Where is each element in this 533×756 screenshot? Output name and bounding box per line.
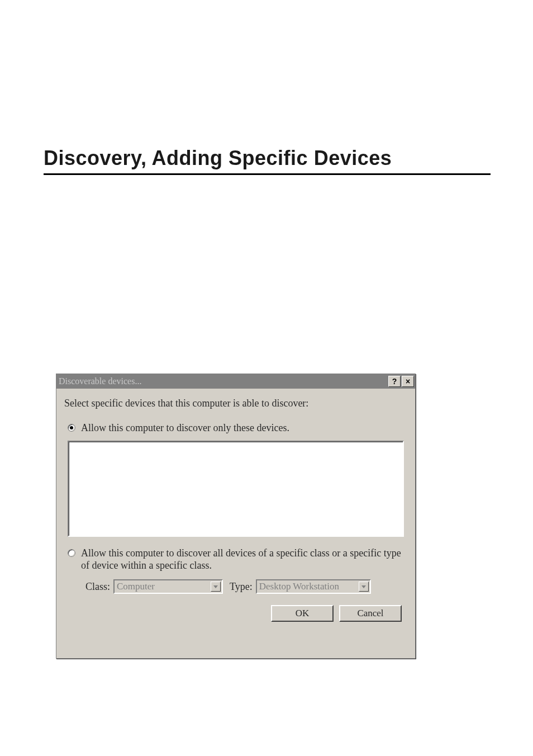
type-label: Type:	[230, 581, 253, 593]
radio-dot-icon	[70, 426, 73, 429]
discoverable-devices-dialog: Discoverable devices... ? × Select speci…	[56, 374, 416, 659]
type-dropdown[interactable]: Desktop Workstation	[256, 579, 371, 594]
cancel-button[interactable]: Cancel	[339, 605, 402, 622]
class-dropdown[interactable]: Computer	[113, 579, 223, 594]
cancel-label: Cancel	[357, 608, 383, 619]
radio-label-specific-class: Allow this computer to discover all devi…	[81, 547, 407, 571]
chevron-down-icon	[213, 585, 218, 588]
dialog-instruction: Select specific devices that this comput…	[64, 398, 407, 409]
ok-label: OK	[296, 608, 310, 619]
page-heading: Discovery, Adding Specific Devices	[44, 147, 392, 170]
radio-label-only-these: Allow this computer to discover only the…	[81, 422, 289, 434]
help-button[interactable]: ?	[388, 376, 401, 387]
heading-rule	[44, 173, 491, 175]
radio-button-unselected[interactable]	[68, 549, 75, 557]
chevron-down-icon	[361, 585, 366, 588]
class-value: Computer	[117, 581, 155, 592]
radio-button-selected[interactable]	[68, 424, 75, 432]
radio-option-only-these[interactable]: Allow this computer to discover only the…	[68, 422, 407, 434]
close-button[interactable]: ×	[402, 376, 414, 387]
class-dropdown-arrow[interactable]	[211, 582, 221, 592]
type-dropdown-arrow[interactable]	[359, 582, 369, 592]
type-value: Desktop Workstation	[259, 581, 339, 592]
close-icon: ×	[406, 377, 410, 386]
devices-listbox[interactable]	[68, 441, 404, 537]
dialog-titlebar: Discoverable devices... ? ×	[56, 374, 415, 389]
class-label: Class:	[85, 581, 110, 593]
radio-option-specific-class[interactable]: Allow this computer to discover all devi…	[68, 547, 407, 571]
help-icon: ?	[392, 377, 397, 386]
ok-button[interactable]: OK	[271, 605, 334, 622]
dialog-title: Discoverable devices...	[59, 376, 387, 386]
